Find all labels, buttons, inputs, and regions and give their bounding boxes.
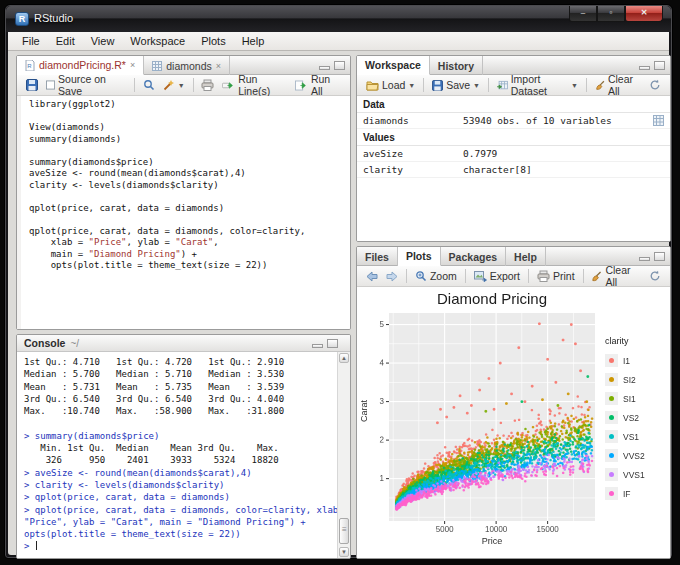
console-line: [24, 417, 335, 429]
export-icon: [474, 271, 487, 282]
magnifier-icon: [143, 79, 155, 91]
minimize-button[interactable]: –: [569, 6, 597, 22]
legend-label: IF: [623, 489, 631, 499]
workspace-object-row[interactable]: aveSize0.7979: [357, 146, 670, 162]
save-icon: [26, 79, 38, 91]
console-title: Console: [24, 337, 65, 349]
chart-legend: clarity I1SI2SI1VS2VS1VVS2VVS1IF: [605, 336, 667, 503]
code-tools-button[interactable]: ▼: [159, 78, 189, 92]
console-working-dir: ~/: [70, 338, 79, 349]
forward-arrow-icon: [386, 271, 398, 282]
legend-label: VS1: [623, 432, 639, 442]
console-panel: Console ~/ 1st Qu.: 4.710 1st Qu.: 4.720…: [16, 334, 351, 559]
console-line: 3rd Qu.: 6.540 3rd Qu.: 6.540 3rd Qu.: 4…: [24, 393, 335, 405]
pane-minimize-icon[interactable]: [639, 257, 650, 261]
console-output[interactable]: 1st Qu.: 4.710 1st Qu.: 4.720 1st Qu.: 2…: [17, 352, 337, 558]
pane-maximize-icon[interactable]: [334, 61, 345, 70]
scroll-up-icon[interactable]: ▲: [339, 353, 349, 363]
console-line: Max. :10.740 Max. :58.900 Max. :31.800: [24, 405, 335, 417]
title-bar[interactable]: R RStudio – ▫ ✕: [6, 6, 671, 32]
find-replace-button[interactable]: [139, 78, 159, 92]
pane-maximize-icon[interactable]: [654, 61, 665, 70]
view-data-grid-icon[interactable]: [653, 115, 664, 126]
menu-workspace[interactable]: Workspace: [122, 33, 193, 49]
maximize-button[interactable]: ▫: [597, 6, 625, 22]
pane-minimize-icon[interactable]: [312, 344, 323, 348]
workspace-object-row[interactable]: diamonds53940 obs. of 10 variables: [357, 113, 670, 129]
plot-viewer: Diamond Pricing Carat Price clarity I1SI…: [357, 287, 670, 558]
menu-help[interactable]: Help: [234, 33, 273, 49]
load-label: Load: [382, 79, 405, 91]
workspace-object-list: Datadiamonds53940 obs. of 10 variablesVa…: [357, 96, 670, 241]
code-line: aveSize <- round(mean(diamonds$carat),4): [29, 168, 346, 180]
code-line: summary(diamonds): [29, 134, 346, 146]
object-value: 0.7979: [463, 148, 664, 159]
scroll-down-icon[interactable]: ▼: [339, 547, 349, 557]
legend-label: SI1: [623, 394, 636, 404]
console-scrollbar[interactable]: ▲ ▼: [337, 352, 350, 558]
source-on-save-checkbox[interactable]: Source on Save: [42, 72, 130, 98]
save-button[interactable]: [22, 78, 42, 92]
clear-all-button[interactable]: Clear All: [591, 72, 645, 98]
clear-all-plots-button[interactable]: Clear All: [587, 263, 645, 289]
tab-plots[interactable]: Plots: [398, 247, 441, 266]
object-value: 53940 obs. of 10 variables: [463, 115, 653, 126]
tab-close-icon[interactable]: ×: [130, 60, 135, 70]
export-plot-button[interactable]: Export: [470, 269, 524, 283]
menu-view[interactable]: View: [83, 33, 123, 49]
workspace-object-row[interactable]: claritycharacter[8]: [357, 162, 670, 178]
source-editor-panel: R diamondPricing.R* × diamonds ×: [16, 55, 351, 330]
refresh-plot-button[interactable]: [645, 269, 665, 283]
code-editor-area[interactable]: library(ggplot2) View(diamonds)summary(d…: [17, 96, 350, 329]
tab-close-icon[interactable]: ×: [216, 61, 221, 71]
previous-plot-button[interactable]: [362, 270, 382, 283]
clear-all-label: Clear All: [608, 73, 641, 97]
legend-label: VVS1: [623, 470, 645, 480]
legend-label: I1: [623, 356, 630, 366]
console-line: 326 950 2401 3933 5324 18820: [24, 454, 335, 466]
import-dataset-button[interactable]: Import Dataset ▼: [493, 72, 582, 98]
run-all-button[interactable]: Run All: [291, 72, 345, 98]
clear-all-label: Clear All: [605, 264, 641, 288]
print-plot-button[interactable]: Print: [533, 269, 579, 283]
rstudio-app-icon: R: [15, 12, 29, 26]
save-workspace-button[interactable]: Save ▼: [428, 78, 484, 92]
dropdown-caret-icon: ▼: [473, 82, 480, 89]
diamond-pricing-chart: Diamond Pricing Carat Price clarity I1SI…: [358, 288, 670, 556]
close-button[interactable]: ✕: [625, 6, 663, 22]
tab-packages[interactable]: Packages: [441, 247, 506, 266]
chart-title: Diamond Pricing: [389, 290, 595, 307]
save-icon: [432, 80, 443, 91]
tab-history[interactable]: History: [430, 56, 483, 75]
tab-label: Help: [514, 251, 537, 263]
pane-minimize-icon[interactable]: [639, 66, 650, 70]
tab-diamonds[interactable]: diamonds ×: [144, 56, 230, 75]
legend-key-swatch: [605, 411, 618, 424]
code-line: [29, 214, 346, 226]
code-line: clarity <- levels(diamonds$clarity): [29, 180, 346, 192]
run-all-label: Run All: [311, 73, 341, 97]
window-title: RStudio: [34, 12, 73, 24]
load-workspace-button[interactable]: Load ▼: [362, 78, 419, 92]
menu-edit[interactable]: Edit: [48, 33, 83, 49]
menu-plots[interactable]: Plots: [193, 33, 233, 49]
scrollbar-thumb[interactable]: [339, 518, 349, 544]
run-lines-button[interactable]: Run Line(s): [218, 72, 291, 98]
tab-files[interactable]: Files: [357, 247, 398, 266]
zoom-plot-button[interactable]: Zoom: [411, 269, 461, 283]
pane-minimize-icon[interactable]: [319, 66, 330, 70]
refresh-button[interactable]: [645, 78, 665, 92]
next-plot-button[interactable]: [382, 270, 402, 283]
object-name: clarity: [363, 164, 463, 175]
object-name: diamonds: [363, 115, 463, 126]
print-button[interactable]: [197, 78, 218, 92]
pane-maximize-icon[interactable]: [327, 339, 338, 348]
tab-workspace[interactable]: Workspace: [357, 56, 430, 75]
console-line: "Price", ylab = "Carat", main = "Diamond…: [24, 516, 335, 528]
tab-help[interactable]: Help: [506, 247, 546, 266]
menu-file[interactable]: File: [14, 33, 48, 49]
pane-maximize-icon[interactable]: [654, 252, 665, 261]
tab-label: Packages: [449, 251, 497, 263]
wand-icon: [163, 79, 175, 91]
tab-label: Workspace: [365, 59, 421, 71]
